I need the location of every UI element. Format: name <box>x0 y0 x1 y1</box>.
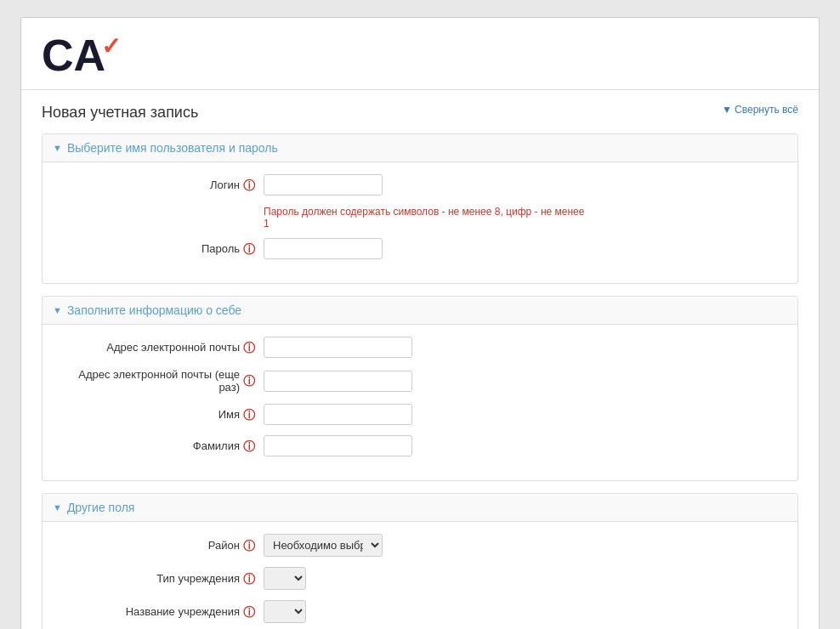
password-row: Пароль ⓘ <box>60 238 780 259</box>
district-select[interactable]: Необходимо выбрать <box>264 534 383 557</box>
password-hint-row: Пароль должен содержать символов - не ме… <box>60 206 780 230</box>
section-other-body: Район ⓘ Необходимо выбрать Тип учреждени… <box>43 521 797 629</box>
login-input[interactable] <box>264 174 383 196</box>
institution-type-label: Тип учреждения ⓘ <box>60 572 264 585</box>
login-row: Логин ⓘ <box>60 174 780 196</box>
email-confirm-required-icon: ⓘ <box>243 375 255 387</box>
last-name-input[interactable] <box>264 435 412 456</box>
last-name-required-icon: ⓘ <box>243 440 255 452</box>
section-personal-arrow: ▼ <box>53 305 62 315</box>
logo-check-icon: ✓ <box>101 35 121 59</box>
institution-name-row: Название учреждения ⓘ <box>60 600 780 623</box>
email-confirm-input[interactable] <box>264 371 412 392</box>
institution-name-label: Название учреждения ⓘ <box>60 605 264 618</box>
section-credentials-header[interactable]: ▼ Выберите имя пользователя и пароль <box>43 134 797 162</box>
first-name-required-icon: ⓘ <box>243 409 255 421</box>
institution-name-required-icon: ⓘ <box>243 606 255 618</box>
logo-area: CA✓ <box>21 18 819 90</box>
section-other-title: Другие поля <box>67 501 135 514</box>
page-title: Новая учетная запись <box>42 104 798 122</box>
email-input[interactable] <box>264 337 412 358</box>
first-name-label: Имя ⓘ <box>60 408 264 421</box>
page-wrapper: CA✓ ▼ Свернуть всё Новая учетная запись … <box>20 17 820 629</box>
login-required-icon: ⓘ <box>243 179 255 191</box>
email-required-icon: ⓘ <box>243 342 255 354</box>
section-credentials-arrow: ▼ <box>53 143 62 153</box>
institution-type-select[interactable] <box>264 567 306 590</box>
section-personal-header[interactable]: ▼ Заполните информацию о себе <box>43 297 797 324</box>
section-personal-title: Заполните информацию о себе <box>67 303 241 317</box>
password-input[interactable] <box>264 238 383 259</box>
last-name-label: Фамилия ⓘ <box>60 439 264 452</box>
email-confirm-row: Адрес электронной почты (еще раз) ⓘ <box>60 368 780 394</box>
section-personal: ▼ Заполните информацию о себе Адрес элек… <box>42 296 798 481</box>
section-credentials: ▼ Выберите имя пользователя и пароль Лог… <box>42 133 798 284</box>
section-credentials-title: Выберите имя пользователя и пароль <box>67 141 278 155</box>
first-name-row: Имя ⓘ <box>60 404 780 425</box>
section-personal-body: Адрес электронной почты ⓘ Адрес электрон… <box>43 324 797 480</box>
email-label: Адрес электронной почты ⓘ <box>60 341 264 354</box>
institution-type-row: Тип учреждения ⓘ <box>60 567 780 590</box>
district-row: Район ⓘ Необходимо выбрать <box>60 534 780 557</box>
logo: CA✓ <box>42 33 105 77</box>
form-container: ▼ Свернуть всё Новая учетная запись ▼ Вы… <box>21 90 819 629</box>
password-required-icon: ⓘ <box>243 243 255 255</box>
institution-type-required-icon: ⓘ <box>243 573 255 585</box>
logo-text: CA <box>42 31 105 80</box>
password-hint: Пароль должен содержать символов - не ме… <box>264 206 587 230</box>
institution-name-select[interactable] <box>264 600 306 623</box>
login-label: Логин ⓘ <box>60 178 264 191</box>
section-other: ▼ Другие поля Район ⓘ Необходимо выбрать <box>42 493 798 629</box>
hint-spacer <box>60 206 264 230</box>
first-name-input[interactable] <box>264 404 412 425</box>
district-label: Район ⓘ <box>60 539 264 552</box>
collapse-all-button[interactable]: ▼ Свернуть всё <box>722 104 798 116</box>
password-label: Пароль ⓘ <box>60 242 264 255</box>
district-required-icon: ⓘ <box>243 540 255 552</box>
last-name-row: Фамилия ⓘ <box>60 435 780 456</box>
section-other-header[interactable]: ▼ Другие поля <box>43 494 797 521</box>
section-credentials-body: Логин ⓘ Пароль должен содержать символов… <box>43 162 797 283</box>
section-other-arrow: ▼ <box>53 502 62 513</box>
email-confirm-label: Адрес электронной почты (еще раз) ⓘ <box>60 368 264 394</box>
email-row: Адрес электронной почты ⓘ <box>60 337 780 358</box>
